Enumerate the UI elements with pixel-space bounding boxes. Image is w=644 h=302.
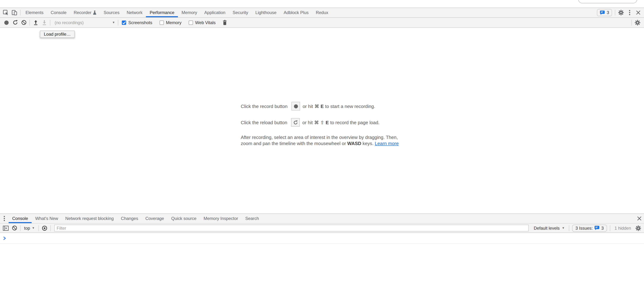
drawer-tab-quick-source[interactable]: Quick source [168, 214, 200, 223]
toolbar-separator [30, 20, 30, 25]
capture-settings-gear-icon[interactable] [633, 18, 642, 27]
record-button[interactable] [2, 18, 11, 27]
close-drawer-icon[interactable] [635, 214, 644, 223]
memory-checkbox-group[interactable]: Memory [160, 20, 186, 25]
inspected-page-strip [0, 0, 644, 8]
device-toolbar-icon[interactable] [10, 8, 19, 17]
garbage-collect-trash-icon[interactable] [221, 18, 229, 27]
recordings-dropdown[interactable]: (no recordings) ▼ [52, 20, 116, 25]
web-vitals-label: Web Vitals [195, 20, 216, 25]
performance-landing-instructions: Click the record button or hit ⌘ E to st… [241, 102, 405, 146]
drawer-tabbar: Console What's New Network request block… [0, 213, 644, 223]
memory-checkbox[interactable] [160, 20, 164, 25]
shift-key-glyph: ⇧ [320, 120, 324, 125]
toolbar-separator [118, 20, 118, 25]
toolbar-separator [50, 20, 50, 25]
toolbar-separator [20, 10, 20, 16]
e-key-glyph: E [326, 120, 329, 125]
console-settings-gear-icon[interactable] [634, 224, 642, 232]
inspect-element-icon[interactable] [2, 8, 10, 17]
settings-gear-icon[interactable] [617, 8, 625, 17]
chevron-down-icon: ▼ [32, 227, 35, 229]
console-prompt-chevron-icon [3, 236, 6, 240]
clear-console-icon[interactable] [10, 224, 19, 232]
issues-count: 3 [607, 10, 609, 15]
tab-performance[interactable]: Performance [146, 8, 178, 17]
performance-panel: Load profile… Click the record button or… [0, 28, 644, 213]
inline-record-button[interactable] [292, 102, 300, 110]
console-prompt-row[interactable] [0, 233, 644, 244]
performance-toolbar: (no recordings) ▼ Screenshots Memory Web… [0, 18, 644, 28]
hidden-messages-label: 1 hidden [614, 226, 631, 231]
tab-redux[interactable]: Redux [312, 8, 332, 17]
tab-memory[interactable]: Memory [178, 8, 201, 17]
javascript-context-dropdown[interactable]: top ▼ [22, 226, 37, 231]
console-empty-area[interactable] [0, 244, 644, 302]
load-profile-tooltip: Load profile… [40, 31, 74, 38]
screenshots-label: Screenshots [128, 20, 152, 25]
log-levels-dropdown[interactable]: Default levels ▼ [531, 226, 568, 231]
page-pill-element [578, 0, 637, 3]
tab-application[interactable]: Application [201, 8, 229, 17]
cmd-key-glyph: ⌘ [314, 103, 319, 109]
console-issues-button[interactable]: 3 Issues: 3 [572, 224, 607, 232]
screenshots-checkbox[interactable] [122, 20, 126, 25]
inline-reload-button[interactable] [291, 118, 300, 127]
toolbar-separator [610, 225, 610, 231]
drawer-tab-console[interactable]: Console [8, 214, 32, 223]
tabbar-right-controls: 3 [597, 8, 644, 17]
landing-help-paragraph: After recording, select an area of inter… [241, 134, 405, 146]
create-live-expression-eye-icon[interactable] [40, 224, 49, 232]
toolbar-separator [38, 225, 39, 231]
chevron-down-icon: ▼ [112, 21, 115, 24]
drawer-tab-memory-inspector[interactable]: Memory Inspector [200, 214, 242, 223]
drawer-tab-coverage[interactable]: Coverage [142, 214, 168, 223]
close-devtools-icon[interactable] [634, 8, 642, 17]
web-vitals-checkbox[interactable] [189, 20, 193, 25]
e-key-glyph: E [320, 103, 324, 109]
tab-console[interactable]: Console [47, 8, 70, 17]
more-options-kebab-icon[interactable] [625, 8, 634, 17]
screenshots-checkbox-group[interactable]: Screenshots [122, 20, 157, 25]
console-filter-input[interactable] [54, 225, 529, 231]
tab-sources[interactable]: Sources [100, 8, 123, 17]
console-issues-count: 3 [602, 226, 604, 231]
toolbar-separator [569, 225, 569, 231]
recordings-dropdown-label: (no recordings) [54, 20, 84, 25]
tab-lighthouse[interactable]: Lighthouse [252, 8, 280, 17]
toolbar-separator [50, 225, 50, 231]
devtools-tabbar: Elements Console Recorder Sources Networ… [0, 8, 644, 18]
drawer-tab-whats-new[interactable]: What's New [32, 214, 62, 223]
cmd-key-glyph: ⌘ [314, 120, 319, 125]
tab-elements[interactable]: Elements [22, 8, 47, 17]
issues-chat-icon [594, 226, 600, 230]
load-profile-icon[interactable] [31, 18, 40, 27]
log-levels-label: Default levels [534, 226, 560, 231]
web-vitals-checkbox-group[interactable]: Web Vitals [189, 20, 221, 25]
tab-recorder[interactable]: Recorder [70, 8, 100, 17]
tab-security[interactable]: Security [229, 8, 252, 17]
learn-more-link[interactable]: Learn more [375, 141, 399, 146]
wasd-keys-bold: WASD [347, 141, 361, 146]
memory-label: Memory [166, 20, 182, 25]
show-console-sidebar-icon[interactable] [2, 224, 10, 232]
toolbar-separator [632, 20, 632, 25]
drawer-tab-search[interactable]: Search [242, 214, 262, 223]
clear-recordings-icon[interactable] [20, 18, 28, 27]
tab-network[interactable]: Network [123, 8, 146, 17]
reload-instruction-row: Click the reload button or hit ⌘ ⇧ E to … [241, 118, 405, 127]
reload-icon [293, 120, 298, 125]
record-circle-icon [294, 104, 298, 108]
issues-counter-button[interactable]: 3 [597, 9, 612, 16]
drawer-tab-network-request-blocking[interactable]: Network request blocking [62, 214, 117, 223]
drawer-more-tools-kebab-icon[interactable] [0, 214, 8, 223]
tab-adblock-plus[interactable]: Adblock Plus [280, 8, 312, 17]
issues-label: 3 Issues: [575, 226, 592, 231]
context-label: top [24, 226, 30, 231]
toolbar-separator [20, 225, 20, 231]
reload-and-record-button[interactable] [11, 18, 20, 27]
record-instruction-row: Click the record button or hit ⌘ E to st… [241, 102, 405, 110]
drawer-tab-changes[interactable]: Changes [117, 214, 142, 223]
chevron-down-icon: ▼ [562, 227, 565, 229]
console-toolbar: top ▼ Default levels ▼ 3 Issues: [0, 223, 644, 233]
